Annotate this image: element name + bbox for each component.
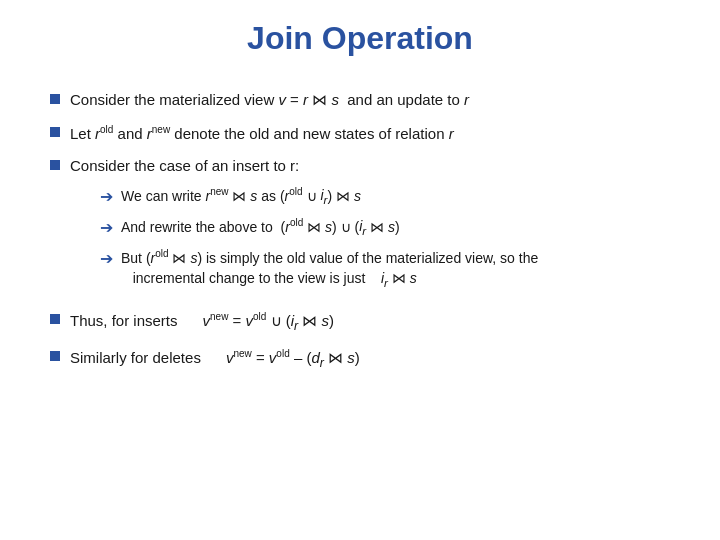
sub-bullets: ➔ We can write rnew ⋈ s as (rold ∪ ir) ⋈…	[100, 184, 538, 292]
sub-item-2: ➔ And rewrite the above to (rold ⋈ s) ∪ …	[100, 215, 538, 240]
bullet-3-text: Consider the case of an insert to r:	[70, 157, 299, 174]
bullet-3-content: Consider the case of an insert to r: ➔ W…	[70, 155, 538, 291]
sub-item-3: ➔ But (rold ⋈ s) is simply the old value…	[100, 246, 538, 292]
content-area: Consider the materialized view v = r ⋈ s…	[50, 89, 670, 373]
arrow-icon-1: ➔	[100, 185, 113, 209]
bullet-5-text: Similarly for deletes vnew = vold – (dr …	[70, 346, 360, 373]
bullet-icon-2	[50, 127, 60, 137]
bullet-icon-1	[50, 94, 60, 104]
arrow-icon-2: ➔	[100, 216, 113, 240]
arrow-icon-3: ➔	[100, 247, 113, 271]
bullet-icon-4	[50, 314, 60, 324]
bullet-icon-3	[50, 160, 60, 170]
bullet-1: Consider the materialized view v = r ⋈ s…	[50, 89, 670, 112]
slide: Join Operation Consider the materialized…	[0, 0, 720, 540]
sub-text-3: But (rold ⋈ s) is simply the old value o…	[121, 246, 538, 292]
bullet-4-text: Thus, for inserts vnew = vold ∪ (ir ⋈ s)	[70, 309, 334, 336]
bullet-2-text: Let rold and rnew denote the old and new…	[70, 122, 454, 146]
bullet-4: Thus, for inserts vnew = vold ∪ (ir ⋈ s)	[50, 309, 670, 336]
bullet-3: Consider the case of an insert to r: ➔ W…	[50, 155, 670, 291]
bullet-1-text: Consider the materialized view v = r ⋈ s…	[70, 89, 469, 112]
sub-text-1: We can write rnew ⋈ s as (rold ∪ ir) ⋈ s	[121, 184, 361, 209]
bullet-2: Let rold and rnew denote the old and new…	[50, 122, 670, 146]
sub-text-2: And rewrite the above to (rold ⋈ s) ∪ (i…	[121, 215, 400, 240]
bullet-5: Similarly for deletes vnew = vold – (dr …	[50, 346, 670, 373]
slide-title: Join Operation	[50, 20, 670, 61]
sub-item-1: ➔ We can write rnew ⋈ s as (rold ∪ ir) ⋈…	[100, 184, 538, 209]
bullet-icon-5	[50, 351, 60, 361]
